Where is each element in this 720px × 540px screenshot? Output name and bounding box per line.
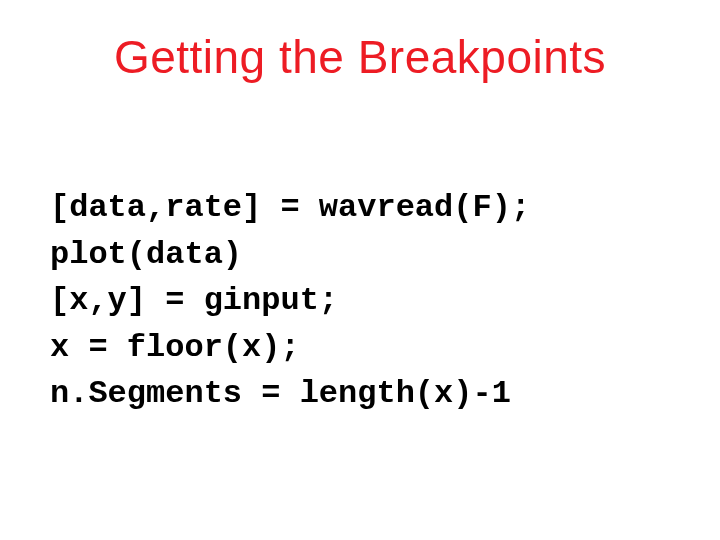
slide: Getting the Breakpoints [data,rate] = wa… (0, 0, 720, 540)
code-line-4: x = floor(x); (50, 329, 300, 366)
code-line-5: n.Segments = length(x)-1 (50, 375, 511, 412)
code-line-1: [data,rate] = wavread(F); (50, 189, 530, 226)
code-block: [data,rate] = wavread(F); plot(data) [x,… (50, 139, 680, 417)
slide-title: Getting the Breakpoints (40, 30, 680, 84)
code-line-3: [x,y] = ginput; (50, 282, 338, 319)
code-line-2: plot(data) (50, 236, 242, 273)
